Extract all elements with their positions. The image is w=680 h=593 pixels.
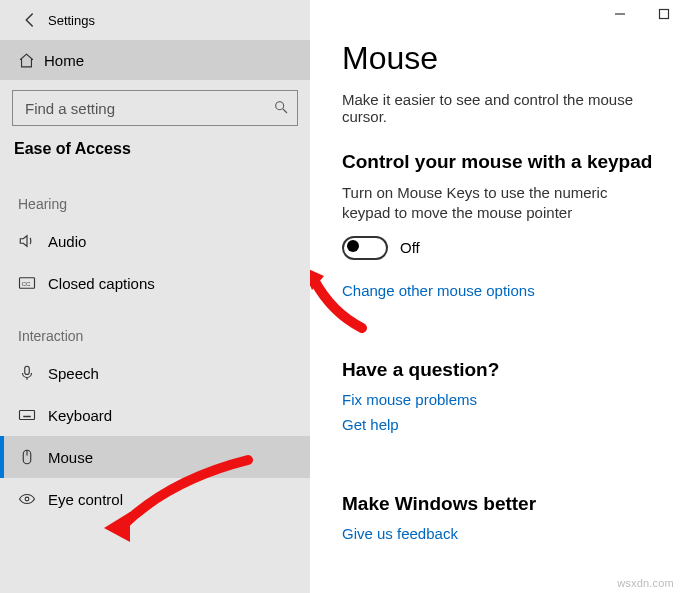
svg-rect-4 xyxy=(25,366,30,374)
sidebar: Settings Home Ease of Access Hearing Aud… xyxy=(0,0,310,593)
nav-item-label: Closed captions xyxy=(48,275,155,292)
nav-item-label: Keyboard xyxy=(48,407,112,424)
nav-speech[interactable]: Speech xyxy=(0,352,310,394)
eye-icon xyxy=(18,490,48,508)
microphone-icon xyxy=(18,364,48,382)
svg-point-0 xyxy=(276,101,284,109)
section-control-heading: Control your mouse with a keypad xyxy=(342,151,656,173)
change-mouse-options-link[interactable]: Change other mouse options xyxy=(342,282,656,299)
search-icon xyxy=(273,99,289,118)
home-icon xyxy=(18,52,44,69)
nav-home-label: Home xyxy=(44,52,84,69)
window-controls xyxy=(610,4,674,24)
nav-mouse[interactable]: Mouse xyxy=(0,436,310,478)
svg-rect-5 xyxy=(20,411,35,420)
search-input[interactable] xyxy=(23,99,273,118)
nav-audio[interactable]: Audio xyxy=(0,220,310,262)
fix-mouse-link[interactable]: Fix mouse problems xyxy=(342,391,656,408)
svg-marker-16 xyxy=(310,266,324,290)
nav-item-label: Mouse xyxy=(48,449,93,466)
watermark: wsxdn.com xyxy=(617,577,674,589)
mouse-keys-toggle-row: Off xyxy=(342,236,656,260)
mouse-keys-toggle[interactable] xyxy=(342,236,388,260)
cc-icon: CC xyxy=(18,274,48,292)
get-help-link[interactable]: Get help xyxy=(342,416,656,433)
page-subtitle: Make it easier to see and control the mo… xyxy=(342,91,656,125)
nav-item-label: Eye control xyxy=(48,491,123,508)
content-pane: Mouse Make it easier to see and control … xyxy=(310,0,680,593)
minimize-button[interactable] xyxy=(610,4,630,24)
toggle-state-label: Off xyxy=(400,239,420,256)
control-desc: Turn on Mouse Keys to use the numeric ke… xyxy=(342,183,656,224)
speaker-icon xyxy=(18,232,48,250)
window-title: Settings xyxy=(48,13,95,28)
nav-closed-captions[interactable]: CC Closed captions xyxy=(0,262,310,304)
section-title: Ease of Access xyxy=(0,134,310,172)
keyboard-icon xyxy=(18,406,48,424)
svg-text:CC: CC xyxy=(22,281,31,287)
feedback-link[interactable]: Give us feedback xyxy=(342,525,656,542)
page-title: Mouse xyxy=(342,40,656,77)
search-box[interactable] xyxy=(12,90,298,126)
toggle-knob xyxy=(347,240,359,252)
better-heading: Make Windows better xyxy=(342,493,656,515)
nav-item-label: Audio xyxy=(48,233,86,250)
svg-rect-15 xyxy=(660,10,669,19)
nav-home[interactable]: Home xyxy=(0,40,310,80)
svg-point-13 xyxy=(25,497,29,501)
group-hearing: Hearing xyxy=(0,172,310,220)
nav-eye-control[interactable]: Eye control xyxy=(0,478,310,520)
maximize-button[interactable] xyxy=(654,4,674,24)
mouse-icon xyxy=(18,448,48,466)
question-heading: Have a question? xyxy=(342,359,656,381)
svg-line-1 xyxy=(283,109,287,113)
titlebar: Settings xyxy=(0,0,310,40)
nav-item-label: Speech xyxy=(48,365,99,382)
back-button[interactable] xyxy=(12,2,48,38)
group-interaction: Interaction xyxy=(0,304,310,352)
nav-keyboard[interactable]: Keyboard xyxy=(0,394,310,436)
